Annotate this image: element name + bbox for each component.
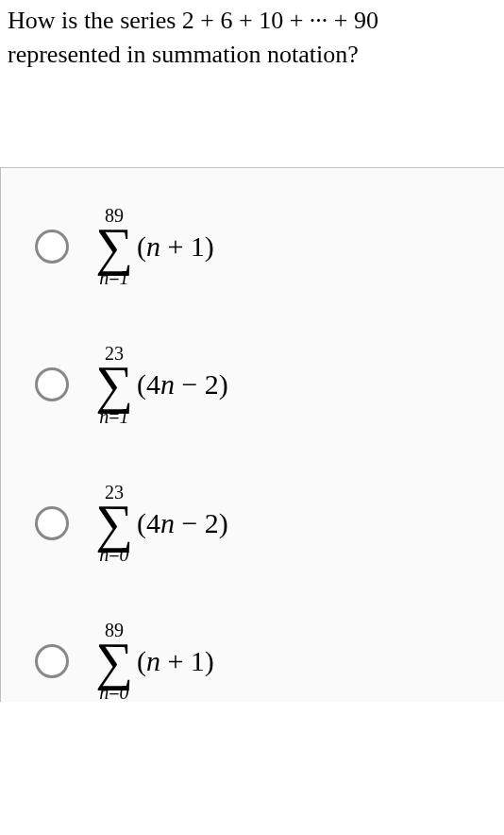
radio-icon[interactable] (35, 506, 69, 540)
options-container: 89 ∑ n=1 (n + 1) 23 ∑ n=1 (4n − 2) 23 ∑ … (0, 167, 504, 703)
sigma-block: 23 ∑ n=1 (95, 344, 133, 425)
lower-limit: n=1 (99, 268, 128, 287)
option-4-formula: 89 ∑ n=0 (n + 1) (95, 621, 214, 702)
lower-limit: n=1 (99, 407, 128, 426)
question-text: How is the series 2 + 6 + 10 + ··· + 90 … (0, 0, 504, 73)
term-expression: (4n − 2) (137, 368, 228, 400)
option-1-formula: 89 ∑ n=1 (n + 1) (95, 206, 214, 287)
option-1[interactable]: 89 ∑ n=1 (n + 1) (35, 206, 485, 287)
sigma-block: 89 ∑ n=0 (95, 621, 133, 702)
lower-limit: n=0 (99, 545, 128, 564)
sigma-icon: ∑ (95, 638, 133, 685)
sigma-icon: ∑ (95, 500, 133, 547)
option-2[interactable]: 23 ∑ n=1 (4n − 2) (35, 344, 485, 425)
option-3[interactable]: 23 ∑ n=0 (4n − 2) (35, 483, 485, 564)
radio-icon[interactable] (35, 367, 69, 401)
option-3-formula: 23 ∑ n=0 (4n − 2) (95, 483, 228, 564)
term-expression: (n + 1) (137, 645, 214, 677)
sigma-block: 89 ∑ n=1 (95, 206, 133, 287)
lower-limit: n=0 (99, 683, 128, 702)
radio-icon[interactable] (35, 644, 69, 678)
sigma-block: 23 ∑ n=0 (95, 483, 133, 564)
sigma-icon: ∑ (95, 223, 133, 270)
option-4[interactable]: 89 ∑ n=0 (n + 1) (35, 621, 485, 702)
option-2-formula: 23 ∑ n=1 (4n − 2) (95, 344, 228, 425)
term-expression: (4n − 2) (137, 507, 228, 539)
radio-icon[interactable] (35, 230, 69, 264)
sigma-icon: ∑ (95, 361, 133, 408)
term-expression: (n + 1) (137, 230, 214, 263)
